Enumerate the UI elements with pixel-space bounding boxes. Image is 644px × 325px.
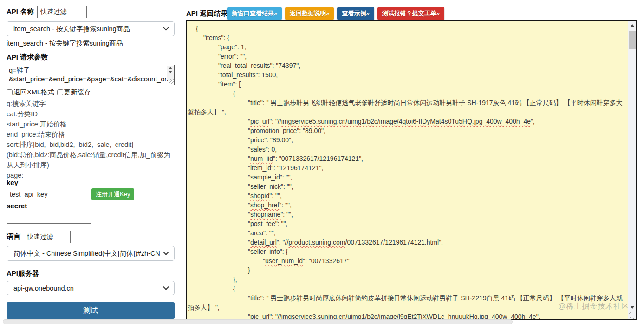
new-window-result-button[interactable]: 新窗口查看结果» [227,7,282,20]
api-test-page: { "left": { "api_name_label": "API 名称", … [0,0,644,325]
json-line: { [188,89,627,98]
format-options: 返回XML格式 更新缓存 [7,88,94,97]
json-line: "detail_url": "//product.suning.com/0071… [188,238,627,247]
chevron-down-icon [164,250,168,254]
scroll-down-icon[interactable] [628,304,636,311]
json-line: "real_total_results": "74397", [188,61,627,70]
json-line: "pic_url": "//imgservice5.suning.cn/uimg… [188,117,627,126]
json-line: "seller_nick": "", [188,182,627,191]
scroll-up-icon[interactable] [628,22,636,29]
api-select-caption: item_search - 按关键字搜索suning商品 [7,39,123,48]
lang-select-value: 简体中文 - Chinese Simplified(中文[简体])#zh-CN [13,249,160,258]
watermark: @稀土掘金技术社区 [558,302,629,312]
lang-row: 语言 [7,231,71,243]
json-line: "item": [ [188,80,627,89]
json-line: { [188,24,627,33]
json-line: "promotion_price": "89.00", [188,126,627,135]
chevron-down-icon [164,26,168,30]
param-doc-line: (bid:总价,bid2:商品价格,sale:销量,credit信用,加_前缀为 [7,150,178,160]
key-row: 注册开通Key [7,188,134,200]
param-doc-line: cat:分类ID [7,109,178,119]
horizontal-scrollbar[interactable] [3,319,513,324]
json-line: "page": 1, [188,42,627,52]
json-line: "items": { [188,33,627,42]
json-line: "post_fee": "", [188,219,627,228]
json-line: "sample_id": "", [188,172,627,182]
view-example-button[interactable]: 查看示例» [337,7,374,20]
server-select[interactable]: api-gw.onebound.cn [7,281,175,295]
param-doc-line: start_price:开始价格 [7,119,178,129]
cache-checkbox-label[interactable]: 更新缓存 [57,88,91,97]
api-select-value: item_search - 按关键字搜索suning商品 [13,25,130,33]
register-key-button[interactable]: 注册开通Key [91,188,134,200]
json-line: } [188,265,627,275]
cache-checkbox-text: 更新缓存 [64,88,91,97]
scroll-down-icon [169,71,172,73]
resize-grip-icon[interactable] [629,312,636,319]
json-line: "title": " 男士跑步鞋男飞织鞋轻便透气老爹鞋舒适时尚日常休闲运动鞋男鞋… [188,98,627,117]
api-name-row: API 名称 [7,6,87,18]
json-line: "user_num_id": "0071332617" [188,256,627,265]
param-doc-line: page: [7,170,178,180]
params-textarea[interactable]: q=鞋子 &start_price=&end_price=&page=&cat=… [7,65,174,85]
json-line: }, [188,275,627,284]
submit-ticket-button[interactable]: 测试报错？提交工单» [377,7,444,20]
json-line: "item_id": "12196174121", [188,163,627,172]
lang-select[interactable]: 简体中文 - Chinese Simplified(中文[简体])#zh-CN [7,246,175,261]
response-scrollbar[interactable] [628,21,636,319]
result-toolbar: 新窗口查看结果»返回数据说明»查看示例»测试报错？提交工单» [227,7,444,20]
secret-input[interactable] [7,211,91,224]
server-label: API服务器 [7,269,39,278]
secret-label: secret [7,202,27,210]
xml-checkbox-label[interactable]: 返回XML格式 [7,88,54,97]
lang-filter-input[interactable] [24,231,71,243]
key-label: key [7,179,18,186]
param-doc-line: 从大到小排序) [7,160,178,170]
json-line: "sales": 0, [188,145,627,154]
json-line: "shopname": "", [188,210,627,219]
response-json: {"items": {"page": 1,"error": "","real_t… [187,24,627,320]
json-line: "total_results": 1500, [188,70,627,80]
scroll-up-icon [169,67,172,69]
result-title: API 返回结果 [186,9,228,18]
data-doc-button[interactable]: 返回数据说明» [285,7,334,20]
xml-checkbox-text: 返回XML格式 [13,88,54,97]
param-doc-line: end_price:结束价格 [7,129,178,139]
api-name-filter-input[interactable] [37,6,87,18]
param-docs: q:搜索关键字cat:分类IDstart_price:开始价格end_price… [7,99,178,180]
resize-grip-icon[interactable] [169,79,174,84]
json-line: "shopid": "", [188,191,627,200]
params-scrollbar[interactable] [167,66,174,80]
cache-checkbox[interactable] [57,89,63,95]
json-line: { [188,284,627,293]
lang-label: 语言 [7,232,20,241]
scrollbar-thumb[interactable] [629,31,636,49]
params-heading: API 请求参数 [7,53,48,62]
param-doc-line: sort:排序[bid,_bid,bid2,_bid2,_sale,_credi… [7,139,178,150]
json-line: "num_iid": "0071332617/12196174121", [188,154,627,163]
json-line: "shop_href": "", [188,200,627,210]
key-input[interactable] [7,188,90,200]
api-select[interactable]: item_search - 按关键字搜索suning商品 [7,21,175,36]
chevron-down-icon [164,285,168,289]
json-line: "area": "", [188,228,627,238]
json-line: "error": "", [188,52,627,61]
xml-checkbox[interactable] [7,89,13,95]
json-line: "seller_info": { [188,247,627,256]
api-name-label: API 名称 [7,7,34,16]
server-select-value: api-gw.onebound.cn [13,285,74,292]
test-button[interactable]: 测试 [7,302,175,319]
params-textarea-wrap: q=鞋子 &start_price=&end_price=&page=&cat=… [7,65,175,85]
param-doc-line: q:搜索关键字 [7,99,178,109]
json-line: "price": "89.00", [188,135,627,145]
response-box[interactable]: {"items": {"page": 1,"error": "","real_t… [186,20,637,320]
